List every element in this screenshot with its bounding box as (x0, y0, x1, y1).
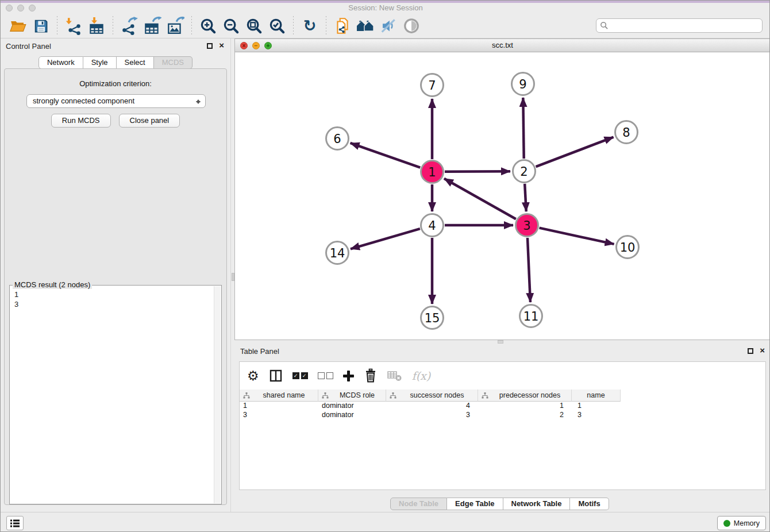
refresh-icon[interactable]: ↻ (300, 16, 319, 36)
toolbar-divider (326, 16, 326, 36)
node-table-body: 1dominator4113dominator323 (240, 402, 765, 420)
graph-node-label-3: 3 (523, 219, 530, 233)
table-cell[interactable]: 1 (240, 402, 318, 411)
edge-3-11[interactable] (528, 238, 530, 302)
node-table-header: shared nameMCDS rolesuccessor nodesprede… (240, 390, 765, 402)
table-panel: Table Panel × ⚙ ✓✓ f(x) shared nameMCDS … (234, 344, 770, 512)
graph-canvas[interactable]: 7968124314101511 (235, 52, 770, 340)
graph-node-label-4: 4 (428, 219, 436, 233)
tab-select[interactable]: Select (117, 56, 154, 69)
home-view-icon[interactable] (356, 16, 375, 36)
edge-2-3[interactable] (525, 184, 526, 211)
column-header-name[interactable]: name (572, 390, 621, 402)
network-window-title: scc.txt (235, 39, 770, 52)
node-table: shared nameMCDS rolesuccessor nodesprede… (240, 390, 765, 420)
table-toolbar: ⚙ ✓✓ f(x) (240, 364, 430, 387)
delete-table-icon[interactable] (387, 369, 402, 382)
zoom-selected-icon[interactable] (267, 16, 287, 36)
edge-4-14[interactable] (351, 229, 420, 249)
optimization-criterion-value: strongly connected component (33, 97, 134, 105)
graph-node-label-9: 9 (519, 78, 526, 91)
table-cell[interactable]: 3 (386, 411, 478, 420)
table-type-tabs: Node Table Edge Table Network Table Moti… (390, 498, 609, 510)
vertical-splitter[interactable] (230, 38, 234, 512)
optimization-criterion-select[interactable]: strongly connected component (26, 94, 206, 108)
column-header-predecessor-nodes[interactable]: predecessor nodes (478, 390, 572, 402)
titlebar: Session: New Session (1, 3, 770, 13)
table-panel-title: Table Panel (240, 347, 279, 356)
graph-node-label-10: 10 (620, 241, 636, 255)
show-column-icon[interactable] (269, 369, 283, 383)
table-cell[interactable]: 3 (240, 411, 318, 420)
tab-node-table[interactable]: Node Table (390, 498, 447, 510)
add-row-icon[interactable] (343, 371, 354, 381)
mcds-result-scrollbar[interactable] (214, 286, 221, 503)
function-builder-icon[interactable]: f(x) (412, 369, 431, 382)
run-mcds-button[interactable]: Run MCDS (51, 114, 111, 128)
task-history-button[interactable] (6, 516, 24, 530)
table-cell[interactable]: dominator (318, 411, 386, 420)
status-bar: Memory (1, 512, 770, 532)
application-window: Session: New Session (0, 0, 770, 532)
edge-3-1[interactable] (444, 179, 516, 219)
export-image-icon[interactable] (165, 16, 185, 36)
edge-1-6[interactable] (351, 143, 421, 168)
search-field-wrap (596, 18, 763, 33)
table-cell[interactable]: 1 (572, 402, 621, 411)
close-panel-icon[interactable]: × (219, 41, 224, 50)
hide-annotations-icon[interactable] (379, 16, 398, 36)
column-header-shared-name[interactable]: shared name (240, 390, 318, 402)
memory-button[interactable]: Memory (717, 516, 766, 530)
select-all-icon[interactable]: ✓✓ (292, 372, 308, 379)
float-panel-icon[interactable] (748, 348, 753, 354)
open-session-icon[interactable] (8, 16, 28, 36)
duplicate-network-icon[interactable] (333, 16, 352, 36)
tab-network[interactable]: Network (38, 56, 83, 69)
main-toolbar: ↻ (1, 13, 770, 38)
edge-2-9[interactable] (523, 98, 523, 159)
table-cell[interactable]: 4 (386, 402, 478, 411)
zoom-out-icon[interactable] (221, 16, 241, 36)
settings-icon[interactable]: ⚙ (247, 368, 259, 383)
table-cell[interactable]: 1 (478, 402, 572, 411)
zoom-in-icon[interactable] (198, 16, 218, 36)
import-table-icon[interactable] (87, 16, 106, 36)
search-input[interactable] (596, 18, 763, 33)
import-network-icon[interactable] (64, 16, 83, 36)
table-cell[interactable]: dominator (318, 402, 386, 411)
float-panel-icon[interactable] (207, 43, 213, 49)
column-header-successor-nodes[interactable]: successor nodes (386, 390, 478, 402)
tab-style[interactable]: Style (83, 56, 117, 69)
edge-1-2[interactable] (445, 171, 510, 172)
mcds-result-group: MCDS result (2 nodes) 1 3 (9, 285, 222, 504)
network-window-titlebar[interactable]: × − + scc.txt (235, 39, 770, 52)
tab-edge-table[interactable]: Edge Table (447, 498, 503, 510)
task-list-icon (10, 519, 20, 528)
table-row[interactable]: 1dominator411 (240, 402, 765, 411)
unselect-all-icon[interactable] (318, 372, 333, 379)
tab-network-table[interactable]: Network Table (503, 498, 571, 510)
delete-row-icon[interactable] (364, 368, 378, 383)
graph-node-label-14: 14 (330, 246, 345, 260)
toolbar-divider (113, 16, 113, 36)
table-cell[interactable]: 3 (572, 411, 621, 420)
close-panel-button[interactable]: Close panel (119, 114, 180, 128)
mcds-panel: Optimization criterion: strongly connect… (4, 68, 227, 505)
zoom-fit-icon[interactable] (244, 16, 264, 36)
table-row[interactable]: 3dominator323 (240, 411, 765, 420)
toolbar-divider (293, 16, 294, 36)
export-table-icon[interactable] (143, 16, 162, 36)
table-cell[interactable]: 2 (478, 411, 572, 420)
export-network-icon[interactable] (120, 16, 139, 36)
column-header-MCDS-role[interactable]: MCDS role (318, 390, 386, 402)
save-session-icon[interactable] (31, 16, 51, 36)
tab-mcds[interactable]: MCDS (154, 56, 192, 69)
edge-2-8[interactable] (536, 137, 614, 167)
edge-3-10[interactable] (539, 228, 614, 244)
control-panel-title: Control Panel (6, 42, 51, 51)
toggle-graphics-details-icon[interactable] (402, 16, 421, 36)
mcds-result-list[interactable]: 1 3 (10, 287, 213, 503)
close-panel-icon[interactable]: × (760, 346, 765, 355)
tab-motifs[interactable]: Motifs (570, 498, 609, 510)
toolbar-divider (57, 16, 57, 36)
